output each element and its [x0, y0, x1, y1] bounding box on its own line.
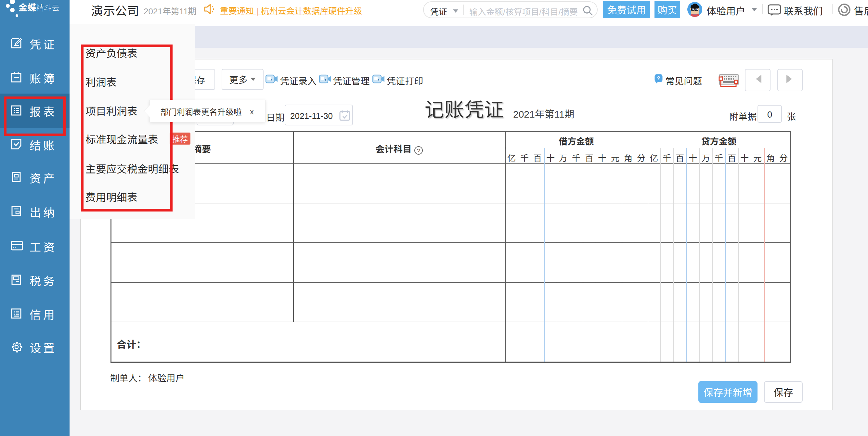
svg-text:?: ?: [657, 75, 660, 82]
